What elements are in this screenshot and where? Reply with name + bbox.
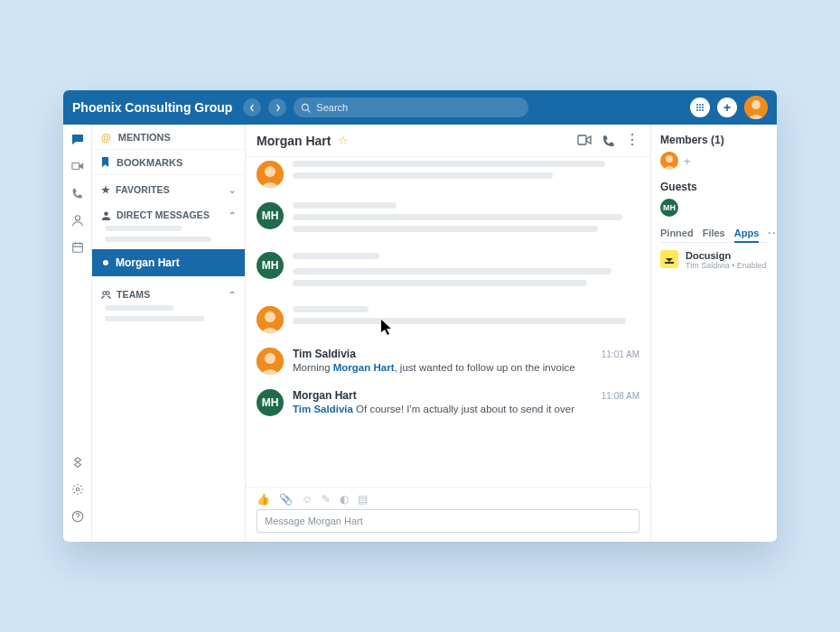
message-input-placeholder: Message Morgan Hart xyxy=(265,516,363,526)
chat-header: Morgan Hart ☆ ⋮ xyxy=(246,125,650,157)
messages-list: MH MH xyxy=(246,157,650,487)
search-input[interactable]: Search xyxy=(294,98,528,117)
svg-point-29 xyxy=(666,155,673,163)
add-member-icon[interactable]: + xyxy=(684,154,691,168)
svg-point-20 xyxy=(107,291,110,294)
nav-forward-button[interactable] xyxy=(268,98,286,116)
more-menu-button[interactable]: ⋮ xyxy=(625,135,639,146)
svg-point-8 xyxy=(696,109,698,111)
mention[interactable]: Morgan Hart xyxy=(333,362,395,373)
gif-icon[interactable]: ◐ xyxy=(340,493,349,506)
svg-point-3 xyxy=(699,104,701,106)
main-area: @ MENTIONS BOOKMARKS ★ FAVORITES ⌄ DIREC… xyxy=(63,125,777,542)
thumbs-up-icon[interactable]: 👍 xyxy=(257,493,270,506)
sidebar-item-label: Morgan Hart xyxy=(116,256,180,269)
avatar xyxy=(257,306,284,333)
guest-avatar[interactable]: MH xyxy=(660,199,678,217)
guests-header: Guests xyxy=(660,181,768,193)
message-input[interactable]: Message Morgan Hart xyxy=(257,509,639,533)
contacts-icon[interactable] xyxy=(70,213,85,228)
svg-point-16 xyxy=(76,488,79,491)
tab-apps[interactable]: Apps xyxy=(734,228,760,243)
member-avatar[interactable] xyxy=(660,152,678,170)
sidebar-bookmarks[interactable]: BOOKMARKS xyxy=(92,150,245,175)
sidebar-placeholder xyxy=(105,316,204,321)
sidebar-bookmarks-label: BOOKMARKS xyxy=(117,157,182,168)
emoji-icon[interactable]: ☺ xyxy=(302,493,313,506)
user-avatar[interactable] xyxy=(744,96,768,119)
message: Tim Saldivia 11:01 AM Morning Morgan Har… xyxy=(257,340,639,382)
app-item[interactable]: Docusign Tim Saldivia • Enabled xyxy=(660,250,768,270)
dialpad-button[interactable] xyxy=(690,98,710,117)
sidebar-item-active[interactable]: Morgan Hart xyxy=(92,249,245,276)
person-icon xyxy=(101,210,111,220)
help-icon[interactable] xyxy=(70,509,85,524)
video-icon[interactable] xyxy=(70,159,85,173)
avatar: MH xyxy=(257,202,284,229)
nav-rail xyxy=(63,125,92,542)
composer-area: 👍 📎 ☺ ✎ ◐ ▤ Message Morgan Hart xyxy=(246,487,650,542)
avatar xyxy=(257,161,284,188)
svg-point-7 xyxy=(702,107,704,108)
chevron-up-icon: ⌃ xyxy=(229,210,236,220)
svg-rect-13 xyxy=(71,163,79,170)
tab-files[interactable]: Files xyxy=(703,228,725,238)
message-placeholder xyxy=(257,299,639,340)
tab-pinned[interactable]: Pinned xyxy=(660,228,694,238)
calendar-icon[interactable]: ▤ xyxy=(358,493,368,506)
note-icon[interactable]: ✎ xyxy=(322,493,331,506)
svg-point-18 xyxy=(104,211,108,216)
message-placeholder: MH xyxy=(257,245,639,299)
sidebar-dm-label: DIRECT MESSAGES xyxy=(117,209,210,220)
sidebar-placeholder xyxy=(105,226,182,231)
presence-dot-icon xyxy=(103,260,108,265)
attachment-icon[interactable]: 📎 xyxy=(279,493,293,506)
avatar xyxy=(257,348,284,375)
message-time: 11:01 AM xyxy=(602,349,639,359)
sidebar-favorites-header[interactable]: ★ FAVORITES ⌄ xyxy=(92,184,245,195)
svg-point-2 xyxy=(696,104,698,106)
svg-point-12 xyxy=(751,100,761,109)
new-button[interactable]: + xyxy=(717,98,737,117)
details-tabs: Pinned Files Apps ··· xyxy=(660,228,768,243)
sidebar-dm-header[interactable]: DIRECT MESSAGES ⌃ xyxy=(92,209,245,220)
avatar: MH xyxy=(257,252,284,279)
message-placeholder: MH xyxy=(257,195,639,245)
favorite-star-icon[interactable]: ☆ xyxy=(338,134,349,147)
svg-point-25 xyxy=(265,311,275,322)
tasks-icon[interactable] xyxy=(70,240,85,255)
nav-back-button[interactable] xyxy=(243,98,261,116)
message: MH Morgan Hart 11:08 AM Tim Saldivia Of … xyxy=(257,382,639,423)
svg-point-5 xyxy=(696,107,698,108)
sidebar: @ MENTIONS BOOKMARKS ★ FAVORITES ⌄ DIREC… xyxy=(92,125,246,542)
settings-icon[interactable] xyxy=(70,482,85,497)
members-header: Members (1) xyxy=(660,134,768,146)
avatar: MH xyxy=(257,389,284,416)
svg-rect-21 xyxy=(578,135,586,144)
app-window: Phoenix Consulting Group Search + xyxy=(63,90,777,542)
sidebar-teams-label: TEAMS xyxy=(117,289,150,300)
brand-title: Phoenix Consulting Group xyxy=(72,100,232,115)
mention[interactable]: Tim Saldivia xyxy=(293,404,353,414)
teams-icon xyxy=(101,290,111,300)
svg-rect-15 xyxy=(72,244,82,253)
apps-icon[interactable] xyxy=(70,455,85,469)
tabs-more-icon[interactable]: ··· xyxy=(768,228,777,238)
topbar: Phoenix Consulting Group Search + xyxy=(63,90,777,125)
sidebar-placeholder xyxy=(105,305,173,311)
svg-point-0 xyxy=(303,104,309,110)
sidebar-teams-header[interactable]: TEAMS ⌃ xyxy=(92,289,245,300)
svg-point-6 xyxy=(699,107,701,108)
svg-rect-30 xyxy=(665,262,674,264)
svg-point-4 xyxy=(702,104,704,106)
svg-line-1 xyxy=(308,109,311,112)
message-text: Morning Morgan Hart, just wanted to foll… xyxy=(293,360,639,375)
messages-icon[interactable] xyxy=(70,132,85,146)
phone-icon[interactable] xyxy=(70,186,85,200)
video-call-button[interactable] xyxy=(577,135,592,146)
svg-point-9 xyxy=(699,109,701,111)
bookmark-icon xyxy=(101,157,109,167)
star-icon: ★ xyxy=(101,184,110,195)
voice-call-button[interactable] xyxy=(602,135,614,146)
sidebar-mentions[interactable]: @ MENTIONS xyxy=(92,125,245,150)
